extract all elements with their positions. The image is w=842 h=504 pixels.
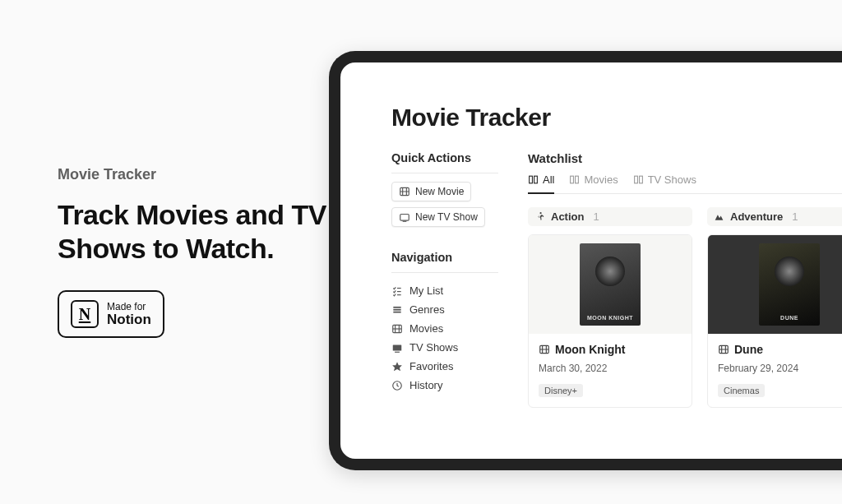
svg-rect-21 bbox=[534, 176, 538, 183]
group-adventure: Adventure 1 DUNE Dune bbox=[707, 207, 842, 408]
film-icon bbox=[718, 344, 729, 355]
gallery-icon bbox=[528, 174, 539, 185]
promo-title: Track Movies and TV Shows to Watch. bbox=[58, 198, 329, 266]
nav-item-movies[interactable]: Movies bbox=[391, 319, 498, 338]
clock-icon bbox=[391, 380, 403, 391]
new-tv-show-label: New TV Show bbox=[415, 211, 478, 223]
svg-marker-31 bbox=[715, 215, 724, 220]
made-for-notion-badge: N Made for Notion bbox=[58, 290, 164, 338]
watchlist-heading: Watchlist bbox=[528, 151, 842, 165]
nav-label: History bbox=[409, 379, 442, 391]
svg-rect-10 bbox=[393, 308, 400, 310]
poster-image: MOON KNIGHT bbox=[580, 243, 641, 326]
card-moon-knight[interactable]: MOON KNIGHT Moon Knight March 30, 2022 D… bbox=[528, 234, 692, 408]
tab-label: TV Shows bbox=[648, 173, 696, 186]
card-date: February 29, 2024 bbox=[718, 363, 842, 374]
tab-tv-shows[interactable]: TV Shows bbox=[633, 173, 696, 194]
svg-rect-20 bbox=[530, 176, 533, 183]
promo-subtitle: Movie Tracker bbox=[58, 166, 329, 183]
run-icon bbox=[534, 211, 545, 222]
card-date: March 30, 2022 bbox=[539, 363, 682, 374]
svg-point-26 bbox=[540, 212, 542, 214]
svg-rect-24 bbox=[634, 176, 637, 183]
nav-item-my-list[interactable]: My List bbox=[391, 281, 498, 300]
sidebar: Quick Actions New Movie New TV Show Navi… bbox=[391, 151, 498, 408]
card-dune[interactable]: DUNE Dune February 29, 2024 Cinemas bbox=[707, 234, 842, 408]
tab-all[interactable]: All bbox=[528, 173, 554, 194]
stack-icon bbox=[391, 304, 403, 316]
film-icon bbox=[391, 323, 403, 335]
svg-rect-25 bbox=[639, 176, 642, 183]
tv-icon bbox=[391, 342, 403, 354]
nav-label: Favorites bbox=[409, 360, 453, 372]
new-tv-show-button[interactable]: New TV Show bbox=[391, 207, 485, 227]
svg-rect-11 bbox=[393, 311, 400, 312]
quick-actions-heading: Quick Actions bbox=[391, 151, 498, 164]
tablet-mockup: Movie Tracker Quick Actions New Movie Ne… bbox=[329, 51, 842, 470]
nav-item-tv-shows[interactable]: TV Shows bbox=[391, 338, 498, 357]
watchlist-tabs: All Movies TV Shows bbox=[528, 173, 842, 194]
nav-label: My List bbox=[409, 284, 443, 297]
card-poster: DUNE bbox=[708, 235, 842, 334]
notion-page: Movie Tracker Quick Actions New Movie Ne… bbox=[340, 62, 842, 408]
poster-image: DUNE bbox=[759, 243, 820, 326]
tab-label: All bbox=[543, 173, 554, 186]
tv-icon bbox=[399, 211, 410, 223]
film-icon bbox=[539, 344, 550, 355]
nav-label: Genres bbox=[409, 303, 445, 316]
navigation-heading: Navigation bbox=[391, 251, 498, 264]
card-title: Dune bbox=[734, 343, 763, 356]
card-title: Moon Knight bbox=[555, 343, 626, 356]
page-title: Movie Tracker bbox=[391, 104, 842, 132]
nav-item-favorites[interactable]: Favorites bbox=[391, 357, 498, 376]
group-header-action[interactable]: Action 1 bbox=[528, 207, 692, 226]
nav-label: TV Shows bbox=[409, 341, 458, 354]
nav-item-history[interactable]: History bbox=[391, 376, 498, 395]
card-poster: MOON KNIGHT bbox=[529, 235, 692, 334]
card-tag: Cinemas bbox=[718, 384, 765, 397]
svg-rect-9 bbox=[393, 306, 400, 307]
group-count: 1 bbox=[593, 210, 599, 223]
promo-section: Movie Tracker Track Movies and TV Shows … bbox=[0, 166, 329, 339]
svg-rect-16 bbox=[393, 344, 402, 350]
group-count: 1 bbox=[792, 210, 798, 223]
main-content: Watchlist All Movies TV Shows bbox=[528, 151, 842, 408]
mountain-icon bbox=[714, 211, 724, 222]
tab-movies[interactable]: Movies bbox=[569, 173, 618, 194]
gallery-icon bbox=[569, 174, 580, 185]
svg-rect-4 bbox=[400, 215, 409, 221]
notion-logo-icon: N bbox=[71, 300, 99, 328]
svg-rect-22 bbox=[571, 176, 574, 183]
tab-label: Movies bbox=[584, 173, 618, 186]
card-tag: Disney+ bbox=[539, 384, 583, 397]
svg-rect-23 bbox=[576, 176, 579, 183]
group-name: Action bbox=[551, 210, 584, 223]
list-check-icon bbox=[391, 285, 403, 297]
made-for-notion-text: Made for Notion bbox=[107, 302, 151, 328]
gallery-icon bbox=[633, 174, 644, 185]
star-icon bbox=[391, 361, 403, 372]
nav-label: Movies bbox=[409, 322, 443, 335]
new-movie-label: New Movie bbox=[415, 186, 464, 197]
group-header-adventure[interactable]: Adventure 1 bbox=[707, 207, 842, 226]
svg-marker-18 bbox=[392, 362, 402, 371]
divider bbox=[391, 272, 498, 273]
new-movie-button[interactable]: New Movie bbox=[391, 182, 471, 201]
film-icon bbox=[399, 186, 410, 197]
nav-item-genres[interactable]: Genres bbox=[391, 300, 498, 319]
divider bbox=[391, 173, 498, 173]
group-action: Action 1 MOON KNIGHT Moon Knight bbox=[528, 207, 692, 408]
group-name: Adventure bbox=[730, 210, 783, 223]
